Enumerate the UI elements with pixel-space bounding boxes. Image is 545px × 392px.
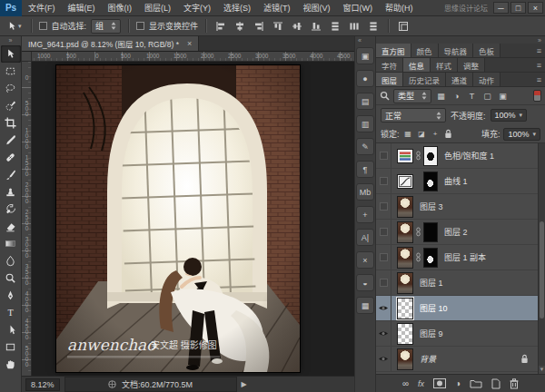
dock-info-icon[interactable]: ▥ xyxy=(356,115,374,132)
tab-histogram[interactable]: 直方图 xyxy=(376,44,411,57)
visibility-toggle[interactable] xyxy=(376,194,391,219)
blur-tool[interactable] xyxy=(1,252,21,270)
layer-row-selected[interactable]: 图层 10 xyxy=(376,296,538,321)
auto-select-dropdown[interactable]: 组 xyxy=(91,19,121,34)
dock-character-styles-icon[interactable]: A| xyxy=(356,229,374,246)
filter-smart-object-icon[interactable]: ▣ xyxy=(497,92,509,101)
layer-row[interactable]: 图层 9 xyxy=(376,321,538,347)
dock-paragraph-icon[interactable]: ¶ xyxy=(356,161,374,178)
eraser-tool[interactable] xyxy=(1,218,21,235)
fill-field[interactable]: 100% ▾ xyxy=(503,128,540,141)
tab-info[interactable]: 信息 xyxy=(403,58,431,72)
tab-history[interactable]: 历史记录 xyxy=(403,73,446,86)
panel-menu-icon[interactable]: ≡ xyxy=(533,58,545,72)
visibility-toggle[interactable] xyxy=(376,347,391,371)
layer-row[interactable]: 色相/饱和度 1 xyxy=(376,143,538,169)
lock-move-icon[interactable]: + xyxy=(431,130,441,138)
canvas-photo[interactable]: anwenchao 安文超 摄影修图 xyxy=(56,65,300,372)
distribute-center-button[interactable] xyxy=(347,19,362,34)
tab-actions[interactable]: 动作 xyxy=(473,73,500,86)
close-button[interactable]: × xyxy=(528,2,543,14)
clone-stamp-tool[interactable] xyxy=(1,183,21,201)
tab-adjustments[interactable]: 调整 xyxy=(458,58,485,72)
menu-type[interactable]: 文字(Y) xyxy=(177,0,217,16)
visibility-toggle[interactable] xyxy=(376,169,391,193)
menu-help[interactable]: 帮助(H) xyxy=(379,0,420,16)
auto-select-checkbox[interactable] xyxy=(39,22,47,30)
crop-tool[interactable] xyxy=(1,114,21,132)
auto-align-button[interactable] xyxy=(396,19,411,34)
distribute-top-button[interactable] xyxy=(328,19,342,34)
gradient-tool[interactable] xyxy=(1,235,21,252)
visibility-toggle[interactable] xyxy=(376,270,391,295)
layer-mask-thumbnail[interactable] xyxy=(423,146,438,166)
layer-style-icon[interactable]: fx xyxy=(418,379,424,388)
layer-thumbnail[interactable] xyxy=(397,348,413,370)
layers-scrollbar[interactable]: ▼ xyxy=(538,143,545,374)
menu-view[interactable]: 视图(V) xyxy=(297,0,337,16)
eyedropper-tool[interactable] xyxy=(1,132,21,149)
dock-expand-icon[interactable]: « xyxy=(355,36,362,44)
menu-edit[interactable]: 编辑(E) xyxy=(62,0,102,16)
visibility-toggle[interactable] xyxy=(376,321,391,346)
filter-toggle-switch[interactable] xyxy=(533,90,541,102)
layer-row[interactable]: 图层 1 xyxy=(376,270,538,296)
zoom-level-field[interactable]: 8.12% xyxy=(25,378,60,391)
visibility-toggle[interactable] xyxy=(376,143,391,168)
filter-pixel-icon[interactable]: ▦ xyxy=(435,92,447,101)
layer-mask-thumbnail[interactable] xyxy=(423,172,438,191)
visibility-toggle[interactable] xyxy=(376,245,391,270)
dock-clone-source-icon[interactable]: ◒ xyxy=(356,274,374,291)
dock-layer-comps-icon[interactable]: ▣ xyxy=(356,47,374,64)
filter-adjustment-icon[interactable]: ◑ xyxy=(451,92,462,101)
layer-row-background[interactable]: 背景 xyxy=(376,347,538,372)
tab-layers[interactable]: 图层 xyxy=(376,73,403,86)
layer-mask-thumbnail[interactable] xyxy=(423,248,438,268)
layer-row[interactable]: 图层 1 副本 xyxy=(376,245,538,270)
layer-row[interactable]: 曲线 1 xyxy=(376,169,538,194)
current-tool-preview[interactable]: ▾ xyxy=(5,21,24,32)
healing-brush-tool[interactable] xyxy=(1,149,21,166)
align-bottom-button[interactable] xyxy=(309,19,323,34)
align-top-button[interactable] xyxy=(271,19,285,34)
dock-mini-bridge-icon[interactable]: Mb xyxy=(356,183,374,201)
curves-thumbnail[interactable] xyxy=(397,174,413,189)
hand-tool[interactable] xyxy=(1,356,21,373)
marquee-tool[interactable] xyxy=(1,63,21,80)
layer-mask-thumbnail[interactable] xyxy=(423,222,438,242)
layer-thumbnail[interactable] xyxy=(397,196,413,218)
move-tool[interactable] xyxy=(1,45,21,63)
add-mask-icon[interactable] xyxy=(433,378,446,388)
toolbar-collapse-icon[interactable]: » xyxy=(9,36,13,45)
path-select-tool[interactable] xyxy=(1,321,21,338)
align-center-v-button[interactable] xyxy=(233,19,247,34)
menu-select[interactable]: 选择(S) xyxy=(217,0,257,16)
tab-styles[interactable]: 样式 xyxy=(431,58,458,72)
visibility-toggle[interactable] xyxy=(376,296,391,320)
filter-type-dropdown[interactable]: 类型 xyxy=(393,89,431,103)
layer-row[interactable]: 图层 3 xyxy=(376,194,538,220)
lock-paint-icon[interactable]: ◪ xyxy=(417,130,427,138)
blend-mode-dropdown[interactable]: 正常 xyxy=(381,108,446,122)
canvas-area[interactable]: 0 500 1000 1500 2000 2500 3000 3500 4000… xyxy=(22,62,354,376)
filter-type-icon[interactable]: T xyxy=(466,92,478,101)
lock-transparency-icon[interactable]: ▦ xyxy=(403,130,413,138)
filter-shape-icon[interactable]: ▢ xyxy=(481,92,493,101)
align-left-button[interactable] xyxy=(213,19,228,34)
tab-character[interactable]: 字符 xyxy=(376,58,403,72)
restore-button[interactable]: □ xyxy=(510,2,526,14)
lasso-tool[interactable] xyxy=(1,80,21,97)
document-tab[interactable]: IMG_9641.psd @ 8.12% (图层 10, RGB/8) * × xyxy=(22,36,199,51)
layer-thumbnail[interactable] xyxy=(397,298,413,319)
dock-measurement-icon[interactable]: × xyxy=(356,251,374,269)
align-center-h-button[interactable] xyxy=(290,19,304,34)
hue-saturation-thumbnail[interactable] xyxy=(397,149,413,163)
dock-brush-presets-icon[interactable]: ✎ xyxy=(356,138,374,155)
lock-all-icon[interactable] xyxy=(444,129,452,139)
menu-window[interactable]: 窗口(W) xyxy=(337,0,380,16)
dock-tool-presets-icon[interactable]: + xyxy=(356,206,374,223)
opacity-field[interactable]: 100% ▾ xyxy=(490,109,528,122)
tab-swatches[interactable]: 色板 xyxy=(473,44,500,57)
pen-tool[interactable] xyxy=(1,287,21,304)
menu-filter[interactable]: 滤镜(T) xyxy=(257,0,297,16)
